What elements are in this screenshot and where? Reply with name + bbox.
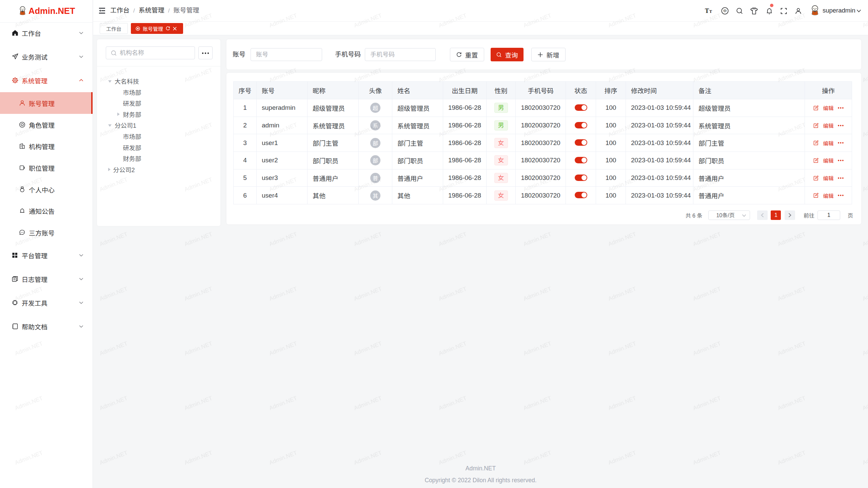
svg-text:T: T bbox=[705, 8, 709, 14]
svg-text:中: 中 bbox=[723, 8, 727, 13]
svg-text:T: T bbox=[709, 9, 712, 14]
